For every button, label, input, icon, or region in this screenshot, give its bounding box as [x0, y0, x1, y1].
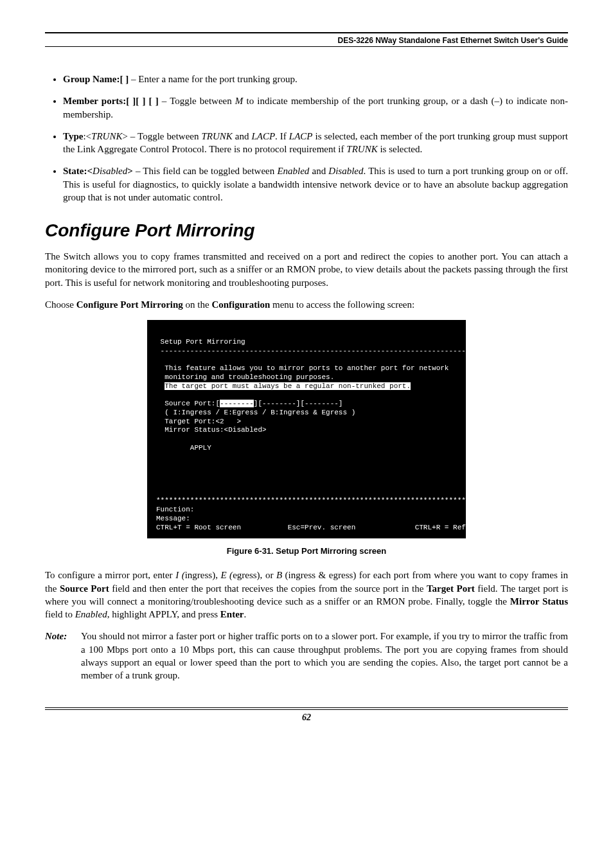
header-rule	[45, 46, 568, 47]
note-body: You should not mirror a faster port or h…	[81, 630, 568, 682]
bullet-text: – Toggle between	[159, 96, 235, 106]
footer-rule	[45, 707, 568, 708]
bullet-text: . If	[275, 131, 289, 141]
text-bold: Target Port	[427, 583, 475, 594]
term-line: Target Port:<2 >	[156, 418, 241, 425]
term-line: monitoring and troubleshooting purposes.	[156, 373, 334, 381]
term-line: This feature allows you to mirror ports …	[156, 364, 449, 372]
bullet-group-name: Group Name:[ ] – Enter a name for the po…	[63, 73, 568, 85]
text: .	[244, 609, 246, 619]
text: Choose	[45, 299, 76, 310]
term-line: APPLY	[156, 444, 211, 452]
text: To configure a mirror port, enter	[45, 570, 175, 580]
note-label: Note:	[45, 630, 81, 682]
term-line: ****************************************…	[156, 497, 495, 504]
bullet-member-ports: Member ports:[ ][ ] [ ] – Toggle between…	[63, 94, 568, 121]
paragraph-configure: To configure a mirror port, enter I (ing…	[45, 569, 568, 621]
term-line: ][--------][--------]	[254, 400, 343, 407]
bullet-italic: Disabled	[328, 166, 363, 176]
bullet-text: – Enter a name for the port trunking gro…	[129, 74, 297, 84]
term-line	[156, 382, 164, 390]
bullet-label: Group Name:[ ]	[63, 74, 129, 84]
text-bold: Configure Port Mirroring	[76, 299, 183, 310]
bullet-italic: Enabled	[277, 166, 309, 176]
term-line: Setup Port Mirroring	[156, 338, 245, 346]
text: ingress)	[185, 570, 216, 580]
term-line: Function:	[156, 506, 194, 513]
bullet-label: Member ports:[ ][ ] [ ]	[63, 96, 159, 106]
text-bold: Enter	[220, 609, 244, 619]
text: field to	[45, 609, 75, 619]
text: field and then enter the port that recei…	[109, 583, 427, 594]
bullet-text: and	[309, 166, 328, 176]
term-line: CTRL+T = Root screen Esc=Prev. screen CT…	[156, 524, 483, 531]
figure-caption: Figure 6-31. Setup Port Mirroring screen	[45, 546, 568, 556]
text-bold: Configuration	[211, 299, 270, 310]
bullet-italic: TRUNK	[91, 131, 122, 141]
text-italic: , E (	[215, 570, 233, 580]
bullet-label: >	[127, 166, 133, 176]
terminal-screenshot: Setup Port Mirroring -------------------…	[147, 320, 466, 538]
page: DES-3226 NWay Standalone Fast Ethernet S…	[0, 0, 613, 748]
paragraph-intro: The Switch allows you to copy frames tra…	[45, 250, 568, 289]
bullet-italic: TRUNK	[201, 131, 232, 141]
note-block: Note: You should not mirror a faster por…	[45, 630, 568, 682]
term-line: Message:	[156, 515, 190, 522]
bullet-italic: Disabled	[93, 166, 127, 176]
text-italic: B	[276, 570, 282, 580]
text: on the	[183, 299, 212, 310]
bullet-text: :<	[83, 131, 91, 141]
bullet-label: State:<	[63, 166, 93, 176]
bullet-list: Group Name:[ ] – Enter a name for the po…	[45, 73, 568, 204]
footer-rule	[45, 709, 568, 710]
section-heading: Configure Port Mirroring	[45, 220, 568, 241]
bullet-text: > – Toggle between	[122, 131, 201, 141]
term-line: ( I:Ingress / E:Egress / B:Ingress & Egr…	[156, 409, 355, 416]
top-rule	[45, 32, 568, 33]
page-number: 62	[45, 713, 568, 723]
bullet-label: Type	[63, 131, 83, 141]
text: egress), or	[233, 570, 276, 580]
paragraph-instruction: Choose Configure Port Mirroring on the C…	[45, 298, 568, 311]
term-line-inverse: The target port must always be a regular…	[164, 382, 411, 390]
bullet-type: Type:<TRUNK> – Toggle between TRUNK and …	[63, 130, 568, 156]
text-bold: Source Port	[60, 583, 109, 594]
bullet-italic: LACP	[251, 131, 275, 141]
bullet-text: and	[233, 131, 252, 141]
bullet-italic: TRUNK	[346, 144, 377, 154]
bullet-state: State:<Disabled> – This field can be tog…	[63, 164, 568, 204]
bullet-text: – This field can be toggled between	[133, 166, 278, 176]
text: menu to access the following screen:	[270, 299, 414, 310]
header-title: DES-3226 NWay Standalone Fast Ethernet S…	[45, 36, 568, 45]
text-italic: I (	[175, 570, 185, 580]
bullet-italic: LACP	[289, 131, 313, 141]
bullet-text: is selected.	[378, 144, 423, 154]
text-italic: Enabled	[75, 609, 107, 619]
term-line: Source Port:[	[156, 400, 220, 407]
figure-wrapper: Setup Port Mirroring -------------------…	[45, 320, 568, 538]
bullet-italic: M	[235, 96, 244, 106]
text-bold: Mirror Status	[510, 596, 568, 607]
term-line: Mirror Status:<Disabled>	[156, 426, 267, 434]
text: , highlight APPLY, and press	[107, 609, 220, 619]
term-line: ----------------------------------------…	[156, 347, 492, 355]
term-line-inverse: --------	[220, 400, 254, 407]
